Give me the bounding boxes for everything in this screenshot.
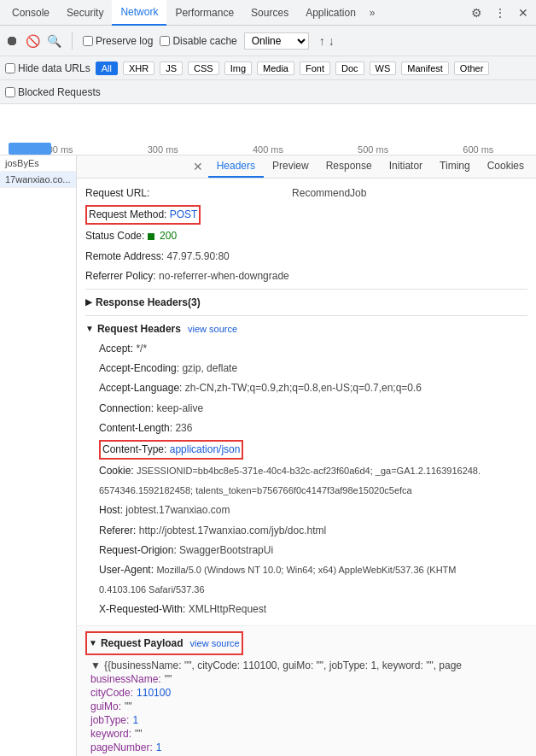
filter-doc[interactable]: Doc: [335, 62, 364, 75]
payload-view-source[interactable]: view source: [190, 638, 240, 648]
accept-label: Accept:: [99, 343, 133, 355]
referer-label: Referer:: [99, 525, 136, 536]
connection-value: keep-alive: [156, 402, 203, 414]
status-code-label: Status Code:: [85, 230, 144, 242]
request-item-jobsbyes[interactable]: josByEs: [0, 155, 76, 172]
tab-sources[interactable]: Sources: [242, 0, 297, 26]
close-devtools-icon[interactable]: ✕: [514, 4, 533, 21]
filter-icon[interactable]: 🔍: [47, 34, 61, 48]
filter-other[interactable]: Other: [454, 62, 490, 75]
clear-icon[interactable]: 🚫: [26, 34, 40, 48]
payload-city-code-key: cityCode:: [90, 687, 133, 699]
connection-row: Connection: keep-alive: [99, 399, 527, 419]
tab-security[interactable]: Security: [58, 0, 112, 26]
filter-css[interactable]: CSS: [188, 62, 219, 75]
cookie-value: JSESSIONID=bb4bc8e5-371e-40c4-b32c-acf23…: [137, 466, 481, 476]
payload-gui-mo-key: guiMo:: [90, 700, 121, 712]
request-item-17wanxiao[interactable]: 17wanxiao.co...: [0, 172, 76, 188]
filter-xhr[interactable]: XHR: [123, 62, 154, 75]
tab-application[interactable]: Application: [297, 0, 364, 26]
close-panel-button[interactable]: ✕: [188, 155, 208, 178]
tab-overflow[interactable]: »: [364, 3, 381, 22]
status-code-value: 200: [160, 230, 177, 242]
referrer-policy-label: Referrer Policy:: [85, 270, 156, 282]
content-length-value: 236: [175, 422, 192, 434]
view-source-link[interactable]: view source: [188, 324, 237, 334]
sub-tab-preview[interactable]: Preview: [264, 155, 318, 178]
payload-business-name-value: "": [165, 673, 172, 685]
accept-language-row: Accept-Language: zh-CN,zh-TW;q=0.9,zh;q=…: [99, 378, 527, 398]
sub-tab-timing[interactable]: Timing: [431, 155, 479, 178]
headers-content: Request URL: RecommendJob Request Method…: [77, 179, 536, 625]
payload-root-expand[interactable]: ▼: [90, 659, 101, 671]
sub-tab-initiator[interactable]: Initiator: [381, 155, 431, 178]
tab-console[interactable]: Console: [3, 0, 58, 26]
response-headers-label: Response Headers: [96, 296, 188, 308]
tab-performance[interactable]: Performance: [166, 0, 242, 26]
preserve-log-input[interactable]: [83, 36, 93, 46]
filter-img[interactable]: Img: [224, 62, 252, 75]
user-agent-value: Mozilla/5.0 (Windows NT 10.0; Win64; x64…: [156, 565, 456, 575]
request-origion-row: Request-Origion: SwaggerBootstrapUi: [99, 541, 527, 560]
request-method-highlight: Request Method: POST: [85, 205, 201, 225]
filter-all[interactable]: All: [96, 62, 118, 75]
content-length-label: Content-Length:: [99, 422, 172, 434]
user-agent-row: User-Agent: Mozilla/5.0 (Windows NT 10.0…: [99, 560, 527, 580]
request-headers-arrow: ▼: [85, 324, 94, 333]
sub-tab-headers[interactable]: Headers: [208, 155, 264, 178]
sub-tab-cookies[interactable]: Cookies: [479, 155, 533, 178]
payload-business-name-row: businessName: "": [90, 672, 527, 686]
payload-root-row: ▼ {{businessName: "", cityCode: 110100, …: [90, 659, 527, 672]
accept-encoding-value: gzip, deflate: [182, 362, 237, 374]
filter-manifest[interactable]: Manifest: [401, 62, 449, 75]
preserve-log-checkbox[interactable]: Preserve log: [83, 35, 153, 47]
accept-encoding-row: Accept-Encoding: gzip, deflate: [99, 359, 527, 378]
request-origion-value: SwaggerBootstrapUi: [179, 544, 273, 556]
content-length-row: Content-Length: 236: [99, 419, 527, 438]
import-icon[interactable]: ↑: [319, 34, 325, 48]
payload-gui-mo-value: "": [125, 700, 132, 712]
payload-page-number-row: pageNumber: 1: [90, 741, 527, 754]
blocked-requests-checkbox[interactable]: Blocked Requests: [5, 86, 101, 98]
referer-row: Referer: http://jobtest.17wanxiao.com/jy…: [99, 521, 527, 541]
hide-data-urls-input[interactable]: [5, 63, 15, 73]
throttle-select[interactable]: Online Fast 3G Slow 3G Offline: [244, 32, 309, 50]
payload-section-header[interactable]: ▼ Request Payload view source: [89, 633, 240, 653]
divider2: [85, 315, 527, 316]
payload-city-code-row: cityCode: 110100: [90, 686, 527, 700]
settings-icon[interactable]: ⚙: [467, 4, 486, 21]
record-icon[interactable]: ⏺: [5, 33, 19, 49]
content-type-value: application/json: [170, 443, 241, 455]
payload-job-type-row: jobType: 1: [90, 713, 527, 727]
blocked-requests-input[interactable]: [5, 87, 15, 97]
accept-value: */*: [136, 343, 147, 355]
x-requested-with-value: XMLHttpRequest: [189, 603, 266, 615]
referer-value: http://jobtest.17wanxiao.com/jyb/doc.htm…: [139, 525, 326, 536]
disable-cache-checkbox[interactable]: Disable cache: [160, 35, 236, 47]
x-requested-with-row: X-Requested-With: XMLHttpRequest: [99, 600, 527, 619]
request-list: josByEs 17wanxiao.co...: [0, 155, 77, 756]
hide-data-urls-checkbox[interactable]: Hide data URLs: [5, 62, 90, 74]
referrer-policy-value: no-referrer-when-downgrade: [159, 270, 289, 282]
filter-media[interactable]: Media: [257, 62, 294, 75]
request-headers-section[interactable]: ▼ Request Headers view source: [85, 319, 527, 339]
filter-ws[interactable]: WS: [370, 62, 397, 75]
payload-business-name-key: businessName:: [90, 673, 161, 685]
export-icon[interactable]: ↓: [329, 34, 335, 48]
filter-font[interactable]: Font: [300, 62, 330, 75]
request-headers-label: Request Headers: [97, 323, 181, 335]
sub-tab-response[interactable]: Response: [318, 155, 381, 178]
more-icon[interactable]: ⋮: [490, 4, 510, 21]
payload-section-highlight: ▼ Request Payload view source: [85, 631, 243, 655]
disable-cache-input[interactable]: [160, 36, 170, 46]
payload-job-type-value: 1: [132, 714, 138, 726]
payload-city-code-value: 110100: [137, 687, 171, 699]
cookie-row: Cookie: JSESSIONID=bb4bc8e5-371e-40c4-b3…: [99, 461, 527, 481]
tab-network[interactable]: Network: [112, 0, 166, 26]
response-headers-section[interactable]: ▶ Response Headers (3): [85, 292, 527, 313]
user-agent-label: User-Agent:: [99, 564, 154, 576]
host-row: Host: jobtest.17wanxiao.com: [99, 501, 527, 520]
devtools-tabbar: Console Security Network Performance Sou…: [0, 0, 536, 26]
filter-js[interactable]: JS: [160, 62, 183, 75]
response-headers-arrow: ▶: [85, 297, 92, 307]
